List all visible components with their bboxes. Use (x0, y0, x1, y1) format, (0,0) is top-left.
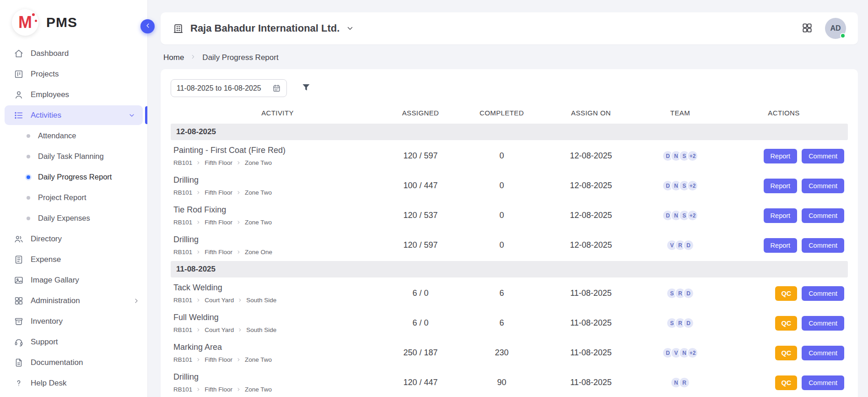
user-avatar[interactable]: AD (825, 18, 846, 39)
sidebar-item-label: Administration (31, 296, 80, 305)
table-row: DrillingRB101Fifth FloorZone One120 / 59… (171, 230, 848, 260)
sidebar-subitem-project-report[interactable]: Project Report (0, 187, 147, 208)
activity-title: Drilling (173, 372, 377, 382)
team-member-avatar: D (683, 288, 694, 299)
chevron-right-icon (237, 298, 243, 303)
comment-button[interactable]: Comment (802, 375, 844, 390)
team-member-avatar: D (683, 317, 694, 329)
sidebar-item-label: Projects (31, 70, 59, 79)
sidebar-item-label: Expense (31, 255, 61, 264)
qc-button[interactable]: QC (775, 316, 797, 331)
sidebar-item-activities[interactable]: Activities (5, 105, 143, 125)
apps-grid-icon (801, 22, 813, 35)
chevron-right-icon (236, 190, 241, 195)
sidebar-nav: DashboardProjectsEmployeesActivitiesAtte… (0, 43, 147, 393)
table-row: DrillingRB101Fifth FloorZone Two100 / 44… (171, 171, 848, 201)
sidebar-item-label: Employees (31, 90, 69, 99)
logo-letter: M (18, 13, 32, 32)
apps-grid-button[interactable] (801, 22, 813, 35)
completed-cell: 6 (459, 288, 544, 298)
activity-location-path: RB101Court YardSouth Side (173, 326, 377, 333)
column-header-assigned: ASSIGNED (382, 109, 459, 117)
sidebar-subitem-daily-expenses[interactable]: Daily Expenses (0, 208, 147, 228)
pms-logo-icon: M (12, 9, 38, 36)
path-segment: RB101 (173, 159, 192, 166)
comment-button[interactable]: Comment (802, 238, 844, 253)
path-segment: Fifth Floor (205, 386, 232, 393)
qc-button[interactable]: QC (775, 375, 797, 390)
sidebar-subitem-label: Daily Progress Report (38, 173, 112, 181)
sidebar-item-label: Image Gallary (31, 276, 79, 285)
activities-icon (14, 110, 24, 120)
completed-cell: 6 (459, 318, 544, 328)
filter-button[interactable] (301, 82, 312, 94)
qc-button[interactable]: QC (775, 286, 797, 301)
sidebar-item-directory[interactable]: Directory (0, 228, 147, 249)
sidebar-item-label: Help Desk (31, 379, 66, 388)
company-selector[interactable]: Raja Bahadur International Ltd. (173, 22, 354, 34)
team-cell: VRD (638, 239, 722, 251)
activity-location-path: RB101Fifth FloorZone Two (173, 219, 377, 226)
activity-location-path: RB101Court YardSouth Side (173, 297, 377, 304)
sidebar-subitem-label: Daily Task Planning (38, 152, 104, 161)
path-segment: Zone Two (245, 356, 272, 363)
funnel-icon (301, 82, 312, 94)
sidebar-item-image-gallary[interactable]: Image Gallary (0, 270, 147, 290)
comment-button[interactable]: Comment (802, 286, 844, 301)
breadcrumb-home[interactable]: Home (163, 53, 184, 62)
actions-cell: ReportComment (722, 208, 845, 223)
sidebar-item-help-desk[interactable]: Help Desk (0, 373, 147, 393)
qc-button[interactable]: QC (775, 346, 797, 360)
comment-button[interactable]: Comment (802, 346, 844, 360)
support-icon (14, 337, 24, 347)
sidebar-item-inventory[interactable]: Inventory (0, 311, 147, 332)
comment-button[interactable]: Comment (802, 149, 844, 163)
comment-button[interactable]: Comment (802, 316, 844, 331)
report-button[interactable]: Report (764, 149, 798, 163)
team-cell: DNS+2 (638, 150, 722, 162)
sidebar-subitem-daily-task-planning[interactable]: Daily Task Planning (0, 146, 147, 167)
sidebar-collapse-button[interactable] (140, 19, 155, 33)
group-date-row: 11-08-2025 (171, 261, 848, 277)
sidebar-item-support[interactable]: Support (0, 332, 147, 352)
team-more-badge: +2 (687, 347, 698, 359)
bullet-dot-icon (27, 175, 30, 179)
sidebar: M PMS DashboardProjectsEmployeesActiviti… (0, 0, 148, 397)
report-button[interactable]: Report (764, 208, 798, 223)
chevron-left-icon (144, 22, 151, 31)
activity-title: Tack Welding (173, 283, 377, 293)
path-segment: Zone One (245, 249, 272, 256)
sidebar-item-employees[interactable]: Employees (0, 84, 147, 105)
path-segment: Fifth Floor (205, 189, 232, 196)
report-button[interactable]: Report (764, 238, 798, 253)
sidebar-item-label: Dashboard (31, 49, 69, 58)
assigned-cell: 120 / 597 (382, 151, 459, 161)
home-icon (14, 49, 24, 59)
actions-cell: ReportComment (722, 149, 845, 163)
chevron-right-icon (196, 250, 201, 255)
sidebar-item-expense[interactable]: Expense (0, 249, 147, 270)
team-cell: DNS+2 (638, 180, 722, 191)
team-more-badge: +2 (687, 210, 698, 221)
report-button[interactable]: Report (764, 179, 798, 193)
sidebar-subitem-attendance[interactable]: Attendance (0, 125, 147, 146)
activity-title: Marking Area (173, 343, 377, 352)
sidebar-item-administration[interactable]: Administration (0, 290, 147, 311)
chevron-right-icon (196, 190, 201, 195)
sidebar-subitem-daily-progress-report[interactable]: Daily Progress Report (0, 167, 147, 187)
sidebar-item-dashboard[interactable]: Dashboard (0, 43, 147, 64)
sidebar-item-projects[interactable]: Projects (0, 64, 147, 84)
date-range-input[interactable]: 11-08-2025 to 16-08-2025 (171, 79, 287, 97)
gallery-icon (14, 275, 24, 285)
sidebar-item-documentation[interactable]: Documentation (0, 352, 147, 373)
assign-on-cell: 12-08-2025 (544, 181, 638, 190)
bullet-dot-icon (27, 134, 30, 138)
comment-button[interactable]: Comment (802, 208, 844, 223)
chevron-right-icon (236, 250, 241, 255)
comment-button[interactable]: Comment (802, 179, 844, 193)
column-header-team: TEAM (638, 109, 722, 117)
inventory-icon (14, 316, 24, 326)
column-header-activity: ACTIVITY (173, 109, 382, 117)
assigned-cell: 120 / 447 (382, 378, 459, 387)
team-cell: NR (638, 377, 722, 388)
